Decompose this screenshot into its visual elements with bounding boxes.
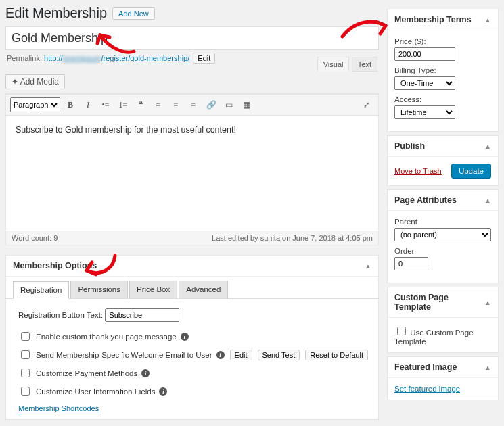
tab-advanced[interactable]: Advanced — [179, 281, 228, 298]
custom-template-box: Custom Page Template ▲ Use Custom Page T… — [387, 287, 499, 353]
permalink-label: Permalink: — [7, 54, 42, 62]
format-select[interactable]: Paragraph — [10, 97, 60, 112]
tab-permissions[interactable]: Permissions — [70, 281, 128, 298]
chevron-up-icon: ▲ — [484, 299, 491, 306]
editor-toolbar: Paragraph B I •≡ 1≡ ❝ ≡ ≡ ≡ 🔗 ▭ ▦ ⤢ — [6, 94, 378, 116]
permalink-edit-button[interactable]: Edit — [193, 53, 215, 64]
welcome-sendtest-button[interactable]: Send Test — [258, 350, 300, 360]
featured-image-box: Featured Image ▲ Set featured image — [387, 356, 499, 400]
italic-icon[interactable]: I — [81, 97, 95, 112]
access-label: Access: — [394, 95, 491, 103]
editor-content[interactable]: Subscribe to Gold membership for the mos… — [6, 116, 378, 231]
media-icon: ✦ — [12, 77, 18, 87]
add-media-button[interactable]: ✦ Add Media — [5, 74, 65, 89]
featured-image-title: Featured Image — [394, 362, 457, 372]
billing-select[interactable]: One-Time — [394, 76, 455, 90]
tab-text[interactable]: Text — [352, 57, 377, 72]
number-list-icon[interactable]: 1≡ — [116, 97, 131, 112]
row-thankyou[interactable]: Enable custom thank you page message i — [18, 327, 369, 346]
add-new-button[interactable]: Add New — [112, 7, 155, 20]
price-input[interactable] — [394, 47, 455, 61]
chevron-up-icon: ▲ — [484, 143, 491, 150]
cb-payment[interactable] — [21, 369, 30, 377]
row-payment[interactable]: Customize Payment Methods i — [18, 364, 369, 382]
publish-box: Publish ▲ Move to Trash Update — [387, 135, 499, 186]
membership-terms-box: Membership Terms ▲ Price ($): Billing Ty… — [387, 9, 499, 132]
cb-welcome[interactable] — [21, 350, 30, 359]
membership-terms-header[interactable]: Membership Terms ▲ — [388, 9, 498, 30]
word-count: Word count: 9 — [12, 234, 58, 242]
permalink-link[interactable]: http://loremipsum/register/gold-membersh… — [44, 54, 189, 62]
chevron-up-icon: ▲ — [365, 262, 371, 270]
chevron-up-icon: ▲ — [484, 197, 491, 204]
price-label: Price ($): — [394, 37, 491, 45]
publish-title: Publish — [394, 141, 425, 151]
info-icon[interactable]: i — [216, 351, 225, 359]
fullscreen-icon[interactable]: ⤢ — [359, 97, 374, 112]
align-left-icon[interactable]: ≡ — [151, 97, 166, 112]
welcome-edit-button[interactable]: Edit — [230, 350, 252, 360]
page-attributes-box: Page Attributes ▲ Parent (no parent) Ord… — [387, 189, 499, 283]
membership-options-title: Membership Options — [13, 261, 97, 270]
editor-box: Paragraph B I •≡ 1≡ ❝ ≡ ≡ ≡ 🔗 ▭ ▦ ⤢ Subs… — [5, 93, 379, 245]
quote-icon[interactable]: ❝ — [133, 97, 148, 112]
cb-custom-template[interactable] — [397, 327, 406, 335]
toolbar-toggle-icon[interactable]: ▦ — [239, 97, 254, 112]
bold-icon[interactable]: B — [63, 97, 78, 112]
custom-template-header[interactable]: Custom Page Template ▲ — [388, 287, 498, 318]
info-icon[interactable]: i — [159, 387, 167, 396]
publish-header[interactable]: Publish ▲ — [388, 136, 498, 157]
add-media-label: Add Media — [20, 77, 59, 87]
tab-price-box[interactable]: Price Box — [129, 281, 177, 298]
parent-select[interactable]: (no parent) — [394, 228, 491, 241]
set-featured-image-link[interactable]: Set featured image — [394, 385, 460, 393]
update-button[interactable]: Update — [451, 164, 491, 179]
welcome-reset-button[interactable]: Reset to Default — [305, 350, 368, 360]
order-input[interactable] — [394, 257, 428, 270]
membership-shortcodes-link[interactable]: Membership Shortcodes — [18, 404, 99, 412]
billing-label: Billing Type: — [394, 66, 491, 74]
page-attributes-title: Page Attributes — [394, 195, 457, 205]
info-icon[interactable]: i — [141, 369, 150, 377]
align-center-icon[interactable]: ≡ — [168, 97, 183, 112]
link-icon[interactable]: 🔗 — [204, 97, 219, 112]
cb-thankyou[interactable] — [21, 332, 30, 341]
chevron-up-icon: ▲ — [484, 16, 491, 24]
align-right-icon[interactable]: ≡ — [186, 97, 201, 112]
info-icon[interactable]: i — [181, 333, 189, 341]
page-attributes-header[interactable]: Page Attributes ▲ — [388, 190, 498, 211]
move-to-trash-link[interactable]: Move to Trash — [394, 167, 442, 175]
reg-button-text-input[interactable] — [105, 308, 179, 322]
membership-terms-title: Membership Terms — [394, 15, 472, 24]
featured-image-header[interactable]: Featured Image ▲ — [388, 357, 498, 378]
more-icon[interactable]: ▭ — [221, 97, 236, 112]
tab-visual[interactable]: Visual — [317, 57, 350, 72]
page-heading: Edit Membership Add New — [5, 5, 379, 21]
membership-options-box: Membership Options ▲ Registration Permis… — [5, 255, 379, 420]
title-input[interactable] — [5, 26, 379, 50]
tab-registration[interactable]: Registration — [13, 281, 69, 299]
reg-button-text-label: Registration Button Text: — [18, 311, 103, 319]
row-userinfo[interactable]: Customize User Information Fields i — [18, 382, 369, 400]
row-custom-template[interactable]: Use Custom Page Template — [394, 329, 474, 346]
heading-text: Edit Membership — [5, 5, 107, 21]
last-edited: Last edited by sunita on June 7, 2018 at… — [212, 234, 373, 242]
cb-userinfo[interactable] — [21, 387, 30, 396]
chevron-up-icon: ▲ — [484, 364, 491, 371]
order-label: Order — [394, 247, 491, 255]
access-select[interactable]: Lifetime — [394, 105, 455, 119]
custom-template-title: Custom Page Template — [394, 293, 484, 312]
row-welcome[interactable]: Send Membership-Specific Welcome Email t… — [18, 346, 369, 364]
parent-label: Parent — [394, 218, 491, 226]
membership-options-header[interactable]: Membership Options ▲ — [6, 256, 378, 277]
bullet-list-icon[interactable]: •≡ — [98, 97, 113, 112]
